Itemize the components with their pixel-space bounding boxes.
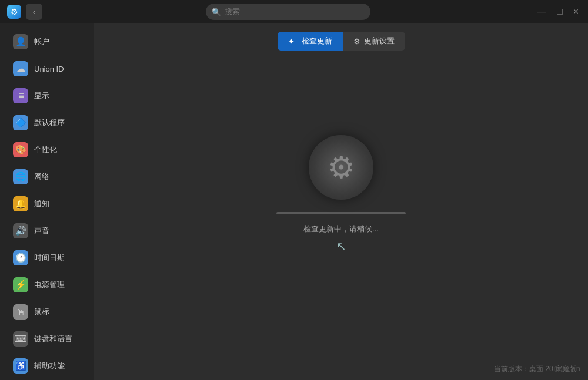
sidebar-label-display: 显示 xyxy=(34,90,49,101)
tab-check-update[interactable]: ✦ ✦ 检查更新 检查更新 xyxy=(278,32,343,51)
sidebar-label-unionid: Union ID xyxy=(34,65,64,73)
sidebar-item-account[interactable]: 👤帐户 xyxy=(4,29,91,55)
sidebar-label-defaultapp: 默认程序 xyxy=(34,117,65,128)
maximize-button[interactable]: □ xyxy=(554,5,565,18)
window-controls: — □ × xyxy=(534,5,581,18)
checking-text: 检查更新中，请稍候... xyxy=(303,224,379,234)
sidebar-label-personal: 个性化 xyxy=(34,144,57,155)
sidebar-label-assist: 辅助功能 xyxy=(34,361,65,371)
sidebar-item-defaultapp[interactable]: 🔷默认程序 xyxy=(4,110,91,136)
sidebar: 👤帐户☁Union ID🖥显示🔷默认程序🎨个性化🌐网络🔔通知🔊声音🕐时间日期⚡电… xyxy=(0,23,94,380)
check-update-icon: ✦ xyxy=(288,37,295,46)
sidebar-item-unionid[interactable]: ☁Union ID xyxy=(4,56,91,82)
sidebar-item-network[interactable]: 🌐网络 xyxy=(4,164,91,190)
sidebar-icon-network: 🌐 xyxy=(13,169,28,184)
sidebar-icon-assist: ♿ xyxy=(13,358,28,374)
search-icon: 🔍 xyxy=(212,8,221,16)
gear-animation: ⚙ xyxy=(306,132,376,203)
gear-icon: ⚙ xyxy=(328,150,355,185)
sidebar-item-mouse[interactable]: 🖱鼠标 xyxy=(4,299,91,325)
search-bar[interactable]: 🔍 搜索 xyxy=(206,4,370,20)
tab-bar: ✦ ✦ 检查更新 检查更新 ⚙ 更新设置 xyxy=(94,23,588,51)
main-layout: 👤帐户☁Union ID🖥显示🔷默认程序🎨个性化🌐网络🔔通知🔊声音🕐时间日期⚡电… xyxy=(0,23,588,380)
sidebar-icon-account: 👤 xyxy=(13,34,28,49)
sidebar-label-network: 网络 xyxy=(34,171,49,182)
close-button[interactable]: × xyxy=(571,5,581,18)
progress-bar-fill xyxy=(276,212,406,214)
sidebar-icon-power: ⚡ xyxy=(13,277,28,292)
sidebar-item-personal[interactable]: 🎨个性化 xyxy=(4,137,91,163)
sidebar-icon-notify: 🔔 xyxy=(13,196,28,211)
sidebar-item-display[interactable]: 🖥显示 xyxy=(4,83,91,109)
tab-update-settings[interactable]: ⚙ 更新设置 xyxy=(343,32,405,51)
sidebar-item-keyboard[interactable]: ⌨键盘和语言 xyxy=(4,326,91,352)
titlebar-left: ⚙ ‹ xyxy=(7,4,42,20)
sidebar-label-keyboard: 键盘和语言 xyxy=(34,334,72,344)
sidebar-icon-sound: 🔊 xyxy=(13,223,28,238)
update-center: ⚙ 检查更新中，请稍候... ↖ xyxy=(94,51,588,358)
sidebar-label-mouse: 鼠标 xyxy=(34,307,49,317)
sidebar-item-power[interactable]: ⚡电源管理 xyxy=(4,272,91,298)
sidebar-icon-datetime: 🕐 xyxy=(13,250,28,265)
sidebar-icon-personal: 🎨 xyxy=(13,142,28,157)
content-footer: 当前版本：桌面 20 家庭版 xyxy=(94,358,588,380)
sidebar-item-datetime[interactable]: 🕐时间日期 xyxy=(4,245,91,271)
sidebar-icon-keyboard: ⌨ xyxy=(13,331,28,347)
titlebar: ⚙ ‹ 🔍 搜索 — □ × xyxy=(0,0,588,23)
sidebar-label-sound: 声音 xyxy=(34,226,49,236)
sidebar-label-power: 电源管理 xyxy=(34,280,65,290)
sidebar-icon-mouse: 🖱 xyxy=(13,304,28,320)
cursor-indicator: ↖ xyxy=(336,239,346,253)
sidebar-item-notify[interactable]: 🔔通知 xyxy=(4,191,91,217)
back-button[interactable]: ‹ xyxy=(26,4,42,20)
sidebar-item-sound[interactable]: 🔊声音 xyxy=(4,218,91,244)
version-text: 当前版本：桌面 20 家庭版 xyxy=(494,364,576,374)
settings-icon: ⚙ xyxy=(353,37,360,46)
gear-circle: ⚙ xyxy=(309,135,373,200)
sidebar-icon-unionid: ☁ xyxy=(13,61,28,76)
content-area: ✦ ✦ 检查更新 检查更新 ⚙ 更新设置 ⚙ 检查更新中，请稍候... ↖ xyxy=(94,23,588,380)
sidebar-label-datetime: 时间日期 xyxy=(34,253,65,263)
sidebar-label-account: 帐户 xyxy=(34,36,49,47)
sidebar-icon-defaultapp: 🔷 xyxy=(13,115,28,130)
sidebar-item-assist[interactable]: ♿辅助功能 xyxy=(4,353,91,379)
sidebar-label-notify: 通知 xyxy=(34,199,49,209)
app-icon: ⚙ xyxy=(7,5,21,19)
progress-bar xyxy=(276,212,406,214)
minimize-button[interactable]: — xyxy=(534,5,549,18)
sidebar-icon-display: 🖥 xyxy=(13,88,28,103)
search-placeholder: 搜索 xyxy=(225,6,240,17)
